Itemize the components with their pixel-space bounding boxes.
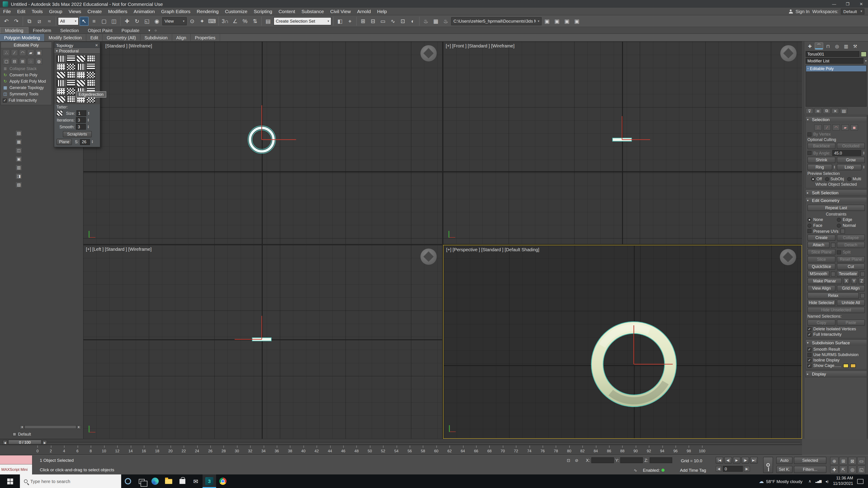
panel-strip-icon-6[interactable]: ◨ — [16, 173, 22, 180]
vertex-mode-icon[interactable]: ∴ — [3, 49, 10, 56]
topology-pattern-14[interactable] — [66, 79, 75, 87]
close-button[interactable]: ✕ — [855, 0, 868, 8]
ring-button[interactable]: Ring — [807, 164, 832, 170]
frame-tick-20[interactable]: 20 — [168, 449, 173, 453]
maxscript-mini-listener[interactable]: MAXScript Mini — [0, 455, 33, 475]
ribbon-tab-modeling[interactable]: Modeling — [0, 27, 28, 33]
misc-tool-icon-1[interactable]: ▣ — [542, 17, 552, 26]
percent-snap-icon[interactable]: % — [241, 17, 250, 26]
edge-icon[interactable] — [148, 475, 162, 488]
go-to-start-button[interactable]: |◀ — [716, 457, 723, 464]
object-color-swatch[interactable] — [861, 51, 867, 57]
frame-tick-0[interactable]: 0 — [36, 449, 38, 453]
ribbon-tab-freeform[interactable]: Freeform — [28, 27, 56, 33]
topology-dialog-titlebar[interactable]: Topology ✕ — [54, 42, 100, 48]
frame-tick-92[interactable]: 92 — [647, 449, 651, 453]
frame-tick-48[interactable]: 48 — [354, 449, 359, 453]
msmooth-button[interactable]: MSmooth — [807, 271, 830, 277]
isolate-selection-icon[interactable]: ⊡ — [565, 457, 572, 464]
modify-tab-icon[interactable]: ⌒ — [815, 42, 823, 50]
attach-settings-icon[interactable] — [831, 242, 835, 248]
snap-toggle-icon[interactable]: 3∩ — [221, 17, 230, 26]
relax-settings-icon[interactable] — [860, 293, 865, 298]
selected-dropdown[interactable]: Selected — [794, 457, 827, 464]
copy-button[interactable]: Copy — [807, 320, 835, 326]
panel-strip-icon-7[interactable]: ▧ — [16, 182, 22, 188]
smooth-field[interactable]: 3 — [76, 124, 86, 130]
frame-tick-12[interactable]: 12 — [115, 449, 119, 453]
rollout-edit-geometry-header[interactable]: Edit Geometry — [806, 197, 867, 203]
frame-tick-60[interactable]: 60 — [434, 449, 438, 453]
frame-tick-38[interactable]: 38 — [288, 449, 292, 453]
preview-multi-radio[interactable] — [847, 177, 851, 181]
volume-icon[interactable]: ◄) — [823, 480, 830, 483]
menu-views[interactable]: Views — [65, 8, 84, 15]
frame-tick-68[interactable]: 68 — [487, 449, 492, 453]
ribbon-panel-polygon-modeling[interactable]: Polygon Modeling — [0, 34, 44, 41]
window-crossing-icon[interactable]: ◫ — [110, 17, 119, 26]
topology-pattern-8[interactable] — [86, 63, 95, 70]
edge-subobject-icon[interactable]: ∕ — [823, 124, 831, 131]
frame-tick-44[interactable]: 44 — [328, 449, 332, 453]
remove-modifier-icon[interactable]: ✕ — [831, 108, 839, 114]
misc-tool-icon-3[interactable]: ▣ — [562, 17, 571, 26]
track-bar[interactable]: 0246810121416182022242628303234363840424… — [0, 445, 802, 455]
grow-select-icon[interactable]: ⊞ — [19, 58, 26, 65]
ring-select-icon[interactable]: ◍ — [35, 58, 42, 65]
loop-button[interactable]: Loop — [837, 164, 862, 170]
file-explorer-icon[interactable] — [162, 475, 176, 488]
frame-tick-64[interactable]: 64 — [461, 449, 465, 453]
workspace-dropdown[interactable]: Default▾ — [841, 8, 864, 14]
planar-x-button[interactable]: X — [843, 278, 849, 284]
frame-tick-96[interactable]: 96 — [673, 449, 678, 453]
stack-item-editable-poly[interactable]: ▪ Editable Poly — [806, 66, 866, 71]
tatter-preview-swatch[interactable] — [57, 110, 63, 116]
utilities-tab-icon[interactable]: ⚒ — [851, 42, 860, 50]
maximize-button[interactable]: ❐ — [841, 0, 855, 8]
border-mode-icon[interactable]: ◠ — [19, 49, 26, 56]
viewport-label[interactable]: [+] [Left ] [Standard ] [Wireframe] — [86, 247, 152, 252]
frame-tick-70[interactable]: 70 — [501, 449, 505, 453]
maximize-viewport-icon[interactable]: ◱ — [857, 465, 866, 474]
frame-tick-72[interactable]: 72 — [514, 449, 518, 453]
topology-pattern-10[interactable] — [66, 71, 75, 78]
collapse-button[interactable]: Collapse — [837, 234, 865, 241]
frame-tick-94[interactable]: 94 — [660, 449, 664, 453]
frame-tick-32[interactable]: 32 — [248, 449, 252, 453]
configure-modifier-sets-icon[interactable]: ▤ — [840, 108, 848, 114]
select-and-place-icon[interactable]: ◉ — [152, 17, 161, 26]
hide-unselected-button[interactable]: Hide Unselected — [807, 307, 865, 313]
next-frame-button[interactable]: |▶ — [741, 457, 749, 464]
topology-pattern-17[interactable] — [57, 88, 66, 95]
constraint-normal-radio[interactable] — [837, 223, 841, 228]
time-slider[interactable]: ◀ 0 / 100 ▶ — [0, 439, 802, 445]
element-mode-icon[interactable]: ◼ — [35, 49, 42, 56]
quickslice-button[interactable]: QuickSlice — [807, 263, 835, 270]
reference-coordinate-dropdown[interactable]: View▾ — [162, 17, 187, 25]
object-name-field[interactable]: Torus001 — [806, 51, 860, 57]
ribbon-panel-geometry-all[interactable]: Geometry (All) — [103, 34, 141, 41]
frame-tick-4[interactable]: 4 — [63, 449, 65, 453]
frame-tick-100[interactable]: 100 — [699, 449, 705, 453]
menu-customize[interactable]: Customize — [222, 8, 250, 15]
menu-civil-view[interactable]: Civil View — [327, 8, 354, 15]
topology-pattern-13[interactable] — [57, 79, 66, 87]
slice-button[interactable]: Slice — [807, 256, 835, 263]
frame-tick-98[interactable]: 98 — [687, 449, 691, 453]
zoom-icon[interactable]: ⊕ — [830, 457, 839, 465]
set-key-button[interactable] — [763, 457, 773, 473]
backface-button[interactable]: Backface — [807, 143, 835, 149]
by-angle-checkbox[interactable] — [807, 151, 811, 155]
by-vertex-checkbox[interactable] — [807, 132, 811, 136]
previous-key-button[interactable]: ◀ — [716, 466, 722, 472]
ribbon-panel-subdivision[interactable]: Subdivision — [141, 34, 172, 41]
frame-tick-56[interactable]: 56 — [408, 449, 412, 453]
element-subobject-icon[interactable]: ◼ — [850, 124, 858, 131]
reset-plane-button[interactable]: Reset Plane — [837, 256, 865, 263]
ribbon-help-icon[interactable]: ○ — [153, 28, 158, 33]
frame-tick-16[interactable]: 16 — [142, 449, 146, 453]
preview-subobj-radio[interactable] — [825, 177, 829, 181]
ribbon-tab-selection[interactable]: Selection — [56, 27, 83, 33]
pan-icon[interactable]: ✚ — [830, 465, 839, 474]
rollout-soft-selection-header[interactable]: Soft Selection — [806, 190, 867, 196]
